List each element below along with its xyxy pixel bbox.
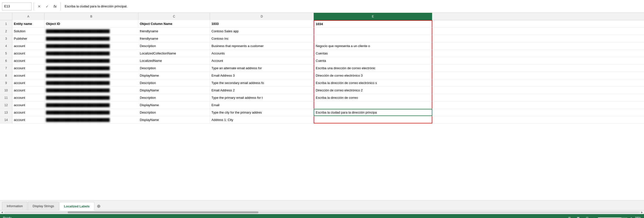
cell-b[interactable]: ████████████████████████████	[44, 79, 138, 87]
cell-d1[interactable]: 1033	[210, 20, 314, 27]
cell-e[interactable]	[314, 116, 432, 123]
cell-d[interactable]: Contoso Sales app	[210, 28, 314, 35]
cell-b[interactable]: ████████████████████████████	[44, 109, 138, 116]
cell-b[interactable]: ████████████████████████████	[44, 28, 138, 35]
cell-a[interactable]: account	[12, 72, 44, 79]
cell-a[interactable]: account	[12, 50, 44, 57]
cell-d[interactable]: Account	[210, 57, 314, 64]
tab-information[interactable]: Information	[2, 202, 28, 210]
cell-b[interactable]: ████████████████████████████	[44, 94, 138, 101]
cell-b[interactable]: ████████████████████████████	[44, 65, 138, 72]
add-sheet-button[interactable]: ⊕	[95, 203, 103, 210]
cell-c[interactable]: DisplayName	[138, 102, 210, 109]
cell-e[interactable]: Escriba la ciudad para la dirección prin…	[314, 109, 432, 116]
row-number: 5	[0, 50, 12, 57]
cell-b[interactable]: ████████████████████████████	[44, 87, 138, 94]
zoom-plus[interactable]: +	[630, 216, 632, 218]
cell-c[interactable]: DisplayName	[138, 87, 210, 94]
cell-b[interactable]: ████████████████████████████	[44, 102, 138, 109]
cell-b[interactable]: ████████████████████████████	[44, 72, 138, 79]
cell-e[interactable]: Escriba una dirección de correo electrón…	[314, 65, 432, 72]
cell-a[interactable]: account	[12, 87, 44, 94]
cell-e[interactable]	[314, 28, 432, 35]
col-header-d[interactable]: D	[210, 13, 314, 20]
cell-a[interactable]: account	[12, 42, 44, 50]
cell-e1[interactable]: 1034	[314, 20, 432, 27]
page-break-icon[interactable]: ⊟	[584, 215, 590, 218]
cell-b[interactable]: ████████████████████████████	[44, 42, 138, 50]
cell-e[interactable]	[314, 102, 432, 109]
cell-c[interactable]: LocalizedCollectionName	[138, 50, 210, 57]
table-row: 11 account ████████████████████████████ …	[0, 94, 644, 102]
scroll-thumb[interactable]	[68, 211, 259, 213]
horizontal-scrollbar[interactable]: ◀ ▶	[0, 210, 644, 214]
scroll-left-arrow[interactable]: ◀	[1, 211, 3, 214]
cell-d[interactable]: Email Address 3	[210, 72, 314, 79]
col-header-e[interactable]: E	[314, 13, 432, 20]
page-layout-icon[interactable]: ▣	[575, 215, 581, 218]
tab-display-strings[interactable]: Display Strings	[28, 202, 59, 210]
cell-e[interactable]: Dirección de correo electrónico 3	[314, 72, 432, 79]
cell-b[interactable]: ████████████████████████████	[44, 35, 138, 42]
cell-c[interactable]: Description	[138, 109, 210, 116]
cell-e[interactable]: Dirección de correo electrónico 2	[314, 87, 432, 94]
cell-a[interactable]: account	[12, 109, 44, 116]
zoom-minus[interactable]: −	[593, 216, 595, 218]
row-number: 4	[0, 42, 12, 50]
cell-c1[interactable]: Object Column Name	[138, 20, 210, 27]
cell-c[interactable]: Description	[138, 65, 210, 72]
tab-localized-labels[interactable]: Localized Labels	[59, 202, 94, 210]
table-row: 10 account ████████████████████████████ …	[0, 87, 644, 94]
cell-b[interactable]: ████████████████████████████	[44, 50, 138, 57]
cell-c[interactable]: friendlyname	[138, 35, 210, 42]
cell-d[interactable]: Business that represents a customer	[210, 42, 314, 50]
cell-a[interactable]: account	[12, 57, 44, 64]
cell-d[interactable]: Accounts	[210, 50, 314, 57]
col-header-b[interactable]: B	[44, 13, 138, 20]
cell-a[interactable]: account	[12, 116, 44, 123]
cell-c[interactable]: Description	[138, 79, 210, 87]
col-header-c[interactable]: C	[138, 13, 210, 20]
cell-d[interactable]: Contoso Inc	[210, 35, 314, 42]
cell-a[interactable]: account	[12, 102, 44, 109]
cell-b[interactable]: ████████████████████████████	[44, 116, 138, 123]
cell-d[interactable]: Address 1: City	[210, 116, 314, 123]
cell-d[interactable]: Email Address 2	[210, 87, 314, 94]
cell-a1[interactable]: Entity name	[12, 20, 44, 27]
cell-b1[interactable]: Object ID	[44, 20, 138, 27]
cell-c[interactable]: DisplayName	[138, 72, 210, 79]
cell-b[interactable]: ████████████████████████████	[44, 57, 138, 64]
cell-a[interactable]: Publisher	[12, 35, 44, 42]
cell-d[interactable]: Type an alternate email address for	[210, 65, 314, 72]
cell-e[interactable]: Escriba la dirección de correo electróni…	[314, 79, 432, 87]
normal-view-icon[interactable]: ⊞	[566, 215, 572, 218]
cell-c[interactable]: Description	[138, 42, 210, 50]
cell-e[interactable]: Negocio que representa a un cliente o	[314, 42, 432, 50]
row-number: 6	[0, 57, 12, 64]
cell-e[interactable]: Cuentas	[314, 50, 432, 57]
cancel-button[interactable]: ✕	[36, 3, 43, 10]
cell-a[interactable]: Solution	[12, 28, 44, 35]
cell-c[interactable]: LocalizedName	[138, 57, 210, 64]
cell-a[interactable]: account	[12, 65, 44, 72]
cell-e[interactable]	[314, 35, 432, 42]
table-row: 7 account ████████████████████████████ D…	[0, 65, 644, 72]
cell-d[interactable]: Type the secondary email address fo	[210, 79, 314, 87]
cell-c[interactable]: DisplayName	[138, 116, 210, 123]
cell-d[interactable]: Type the primary email address for t	[210, 94, 314, 101]
formula-input[interactable]	[63, 2, 642, 10]
cell-e[interactable]: Escriba la dirección de correo	[314, 94, 432, 101]
confirm-button[interactable]: ✓	[44, 3, 51, 10]
scroll-track[interactable]	[4, 211, 640, 213]
cell-reference-box[interactable]: E13	[2, 2, 32, 10]
cell-c[interactable]: friendlyname	[138, 28, 210, 35]
cell-d[interactable]: Type the city for the primary addres	[210, 109, 314, 116]
fx-button[interactable]: fx	[52, 3, 58, 10]
cell-c[interactable]: Description	[138, 94, 210, 101]
scroll-right-arrow[interactable]: ▶	[641, 211, 643, 214]
cell-d[interactable]: Email	[210, 102, 314, 109]
col-header-a[interactable]: A	[12, 13, 44, 20]
cell-e[interactable]: Cuenta	[314, 57, 432, 64]
cell-a[interactable]: account	[12, 79, 44, 87]
cell-a[interactable]: account	[12, 94, 44, 101]
